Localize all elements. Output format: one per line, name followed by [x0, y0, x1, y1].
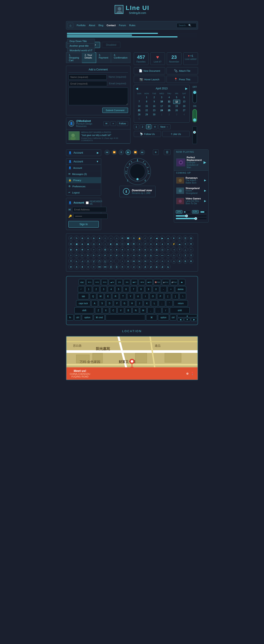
icon-32[interactable]: ⬡	[120, 242, 125, 246]
player-list-icon-2[interactable]: ☰	[164, 150, 170, 155]
icon-93[interactable]: ⋁	[91, 258, 96, 264]
key-v[interactable]: V	[118, 307, 124, 314]
icon-56[interactable]: ⊚	[131, 247, 136, 252]
icon-16[interactable]: ◀	[154, 236, 159, 240]
player-next-next[interactable]: ⏭	[140, 150, 145, 155]
knob-svg[interactable]: 5 6 7 8 2 3 4	[123, 157, 152, 186]
key-shift-r[interactable]: shift	[170, 307, 190, 314]
key-0[interactable]: 0	[153, 286, 159, 292]
key-return[interactable]: return	[174, 300, 188, 306]
cal-day-8[interactable]: 8	[143, 100, 150, 104]
key-1[interactable]: 1	[85, 286, 92, 292]
icon-127[interactable]: ⋣	[160, 264, 165, 269]
icon-100[interactable]: ⋈	[131, 258, 136, 264]
icon-109[interactable]: ⋑	[183, 258, 188, 264]
icon-66[interactable]: ⊦	[188, 247, 194, 252]
icon-119[interactable]: ⋛	[114, 264, 119, 269]
icon-25[interactable]: ◈	[80, 242, 85, 246]
map-container[interactable]: 阳光嘉苑 万科·金色家园 财富又一城 苏白路 建品 Meet us! CHINA…	[66, 336, 198, 380]
icon-17[interactable]: ▶	[160, 236, 165, 240]
icon-1[interactable]: ↺	[68, 236, 73, 240]
nav-about[interactable]: About	[89, 24, 95, 27]
key-5[interactable]: 5	[115, 286, 122, 292]
icon-10[interactable]: ✉	[120, 236, 125, 240]
wizard-step-2[interactable]: 2. Your Details	[82, 52, 96, 63]
icon-49[interactable]: ✧	[91, 247, 96, 252]
icon-30[interactable]: ◐	[108, 242, 113, 246]
icon-71[interactable]: ⊫	[91, 253, 96, 258]
icon-65[interactable]: ⊥	[183, 247, 188, 252]
icon-90[interactable]: ⊾	[74, 258, 79, 264]
icon-79[interactable]: ⊳	[137, 253, 142, 258]
icon-58[interactable]: ⊜	[143, 247, 148, 252]
cal-day-19[interactable]: 19	[173, 104, 180, 108]
icon-99[interactable]: ⋇	[126, 258, 130, 264]
cal-day-25[interactable]: 25	[166, 108, 173, 112]
cal-day-23[interactable]: 23	[151, 108, 158, 112]
cal-day-24[interactable]: 24	[158, 108, 165, 112]
icon-9[interactable]: ♫	[114, 236, 119, 240]
social-msg-btn[interactable]: ✉	[104, 121, 109, 126]
key-f4[interactable]: ☁F4	[109, 279, 115, 285]
key-e[interactable]: E	[105, 293, 111, 299]
icon-59[interactable]: ⊝	[148, 247, 153, 252]
key-h[interactable]: H	[129, 300, 135, 306]
key-backslash[interactable]: \	[180, 293, 186, 299]
icon-27[interactable]: ◎	[91, 242, 96, 246]
icon-60[interactable]: ⊠	[154, 247, 159, 252]
icon-72[interactable]: ⊬	[97, 253, 102, 258]
icon-107[interactable]: ⋏	[172, 258, 176, 264]
cal-day-2[interactable]: 2	[151, 96, 158, 99]
toggle-off-switch[interactable]	[192, 90, 197, 103]
page-1[interactable]: 1	[134, 124, 139, 129]
icon-91[interactable]: ⊿	[80, 258, 85, 264]
nav-search[interactable]: Search... 🔍	[177, 23, 196, 28]
key-delete[interactable]: delete	[175, 286, 186, 292]
key-f[interactable]: F	[114, 300, 120, 306]
icon-53[interactable]: ✬	[114, 247, 119, 252]
icon-40[interactable]: ♥	[166, 242, 170, 246]
slider-1[interactable]	[176, 215, 206, 216]
key-esc[interactable]: esc	[79, 279, 85, 285]
key-comma[interactable]: ,	[148, 307, 154, 314]
cal-day-7[interactable]: 7	[136, 100, 143, 104]
queue-play-1[interactable]: ▶	[204, 179, 206, 182]
cal-day-17[interactable]: 17	[158, 104, 165, 108]
password-login-input[interactable]	[73, 214, 108, 219]
key-f9[interactable]: ⏭F9	[146, 279, 153, 285]
key-3[interactable]: 3	[100, 286, 107, 292]
like-us-button[interactable]: f Like Us	[162, 131, 190, 137]
icon-81[interactable]: ⊵	[148, 253, 153, 258]
icon-96[interactable]: ⋄	[108, 258, 113, 264]
icon-12[interactable]: ⚙	[131, 236, 136, 240]
icon-28[interactable]: ●	[97, 242, 102, 246]
icon-118[interactable]: ⋚	[108, 264, 113, 269]
key-tilde[interactable]: ~`	[78, 286, 84, 292]
icon-51[interactable]: ✪	[103, 247, 108, 252]
cal-day-18[interactable]: 18	[166, 104, 173, 108]
icon-105[interactable]: ⋍	[160, 258, 165, 264]
key-tab[interactable]: tab	[78, 293, 89, 299]
icon-43[interactable]: ☀	[183, 242, 188, 246]
icon-85[interactable]: ⊹	[172, 253, 176, 258]
icon-124[interactable]: ⋠	[143, 264, 148, 269]
key-4[interactable]: 4	[108, 286, 114, 292]
icon-102[interactable]: ⋊	[143, 258, 148, 264]
icon-36[interactable]: ⏎	[143, 242, 148, 246]
icon-67[interactable]: ⊧	[68, 253, 73, 258]
menu-privacy[interactable]: 🔒 Privacy	[66, 177, 101, 183]
key-o[interactable]: O	[150, 293, 156, 299]
icon-120[interactable]: ⋜	[120, 264, 125, 269]
download-button[interactable]: ⬇ Download now filename.zip 1.2MB	[120, 186, 156, 197]
icon-121[interactable]: ⋝	[126, 264, 130, 269]
key-rbracket[interactable]: ]	[172, 293, 179, 299]
menu-logout[interactable]: ↵ Logout	[66, 190, 101, 196]
icon-46[interactable]: ❀	[74, 247, 79, 252]
menu-messages[interactable]: ✉ Messages (3)	[66, 171, 101, 177]
icon-37[interactable]: ♦	[148, 242, 153, 246]
icon-68[interactable]: ⊨	[74, 253, 79, 258]
key-6[interactable]: 6	[123, 286, 129, 292]
queue-play-2[interactable]: ▶	[204, 189, 206, 192]
key-up[interactable]: ▲	[177, 314, 197, 318]
icon-125[interactable]: ⋡	[148, 264, 153, 269]
